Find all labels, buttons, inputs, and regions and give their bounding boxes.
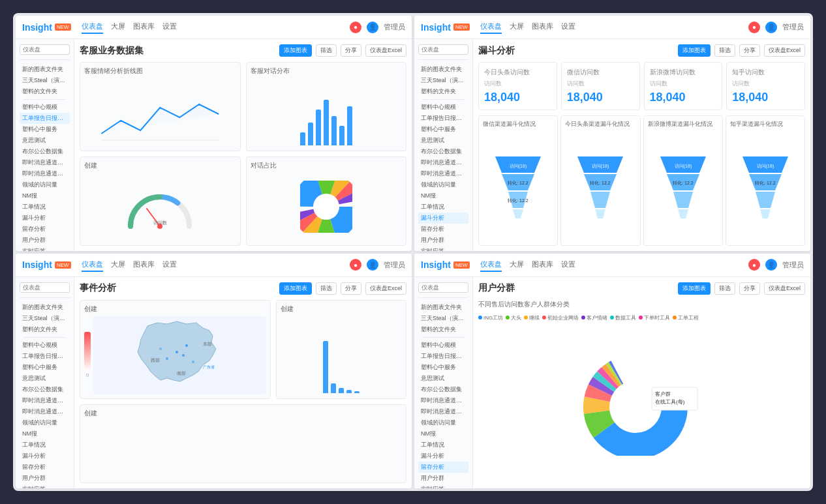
nav-tab-dashboard-4[interactable]: 仪表盘 — [480, 258, 502, 272]
sidebar-item-1-2[interactable]: 塑料的文件夹 — [20, 86, 70, 97]
sidebar-item-2-5[interactable]: 塑料心中服务 — [418, 124, 468, 135]
share-btn-4[interactable]: 分享 — [739, 282, 760, 295]
nav-tab-dashboard-3[interactable]: 仪表盘 — [82, 258, 103, 272]
sidebar-item-4-9[interactable]: 即时消息通道日报 — [418, 406, 468, 417]
notification-icon-2[interactable]: ● — [748, 22, 760, 33]
sidebar-item-3-11[interactable]: NM报 — [20, 428, 70, 439]
sidebar-item-2-6[interactable]: 意思测试 — [418, 135, 468, 146]
filter-btn-1[interactable]: 筛选 — [316, 44, 337, 57]
sidebar-item-3-13[interactable]: 漏斗分析 — [20, 451, 70, 462]
nav-tab-charts-3[interactable]: 图表库 — [133, 258, 155, 272]
sidebar-item-4-14[interactable]: 留存分析 — [418, 462, 468, 473]
add-chart-btn-4[interactable]: 添加图表 — [678, 282, 711, 295]
sidebar-item-1-5[interactable]: 塑料心中服务 — [20, 124, 70, 135]
nav-tab-settings-1[interactable]: 设置 — [162, 20, 177, 34]
sidebar-item-4-11[interactable]: NM报 — [418, 428, 468, 439]
sidebar-item-2-10[interactable]: 领域的访问量 — [418, 179, 468, 190]
sidebar-item-1-4[interactable]: 工单报告日报（量子） — [20, 113, 70, 124]
sidebar-item-1-11[interactable]: NM报 — [20, 190, 70, 201]
sidebar-item-1-1[interactable]: 三天Steal（演示用） — [20, 75, 70, 86]
sidebar-item-1-13[interactable]: 漏斗分析 — [20, 213, 70, 224]
filter-btn-2[interactable]: 筛选 — [714, 44, 735, 57]
nav-tab-bigscreen-1[interactable]: 大屏 — [111, 20, 125, 34]
export-btn-3[interactable]: 仪表盘Excel — [365, 282, 406, 295]
sidebar-item-1-7[interactable]: 布尔公公数据集 — [20, 146, 70, 157]
sidebar-item-2-3[interactable]: 塑料中心规模 — [418, 102, 468, 113]
user-icon-4[interactable]: 👤 — [765, 259, 777, 271]
nav-tab-dashboard-2[interactable]: 仪表盘 — [480, 20, 502, 34]
nav-tab-charts-1[interactable]: 图表库 — [133, 20, 155, 34]
sidebar-item-4-15[interactable]: 用户分群 — [418, 473, 468, 484]
user-icon-1[interactable]: 👤 — [367, 22, 378, 33]
sidebar-item-2-13[interactable]: 漏斗分析 — [418, 213, 468, 224]
nav-tab-settings-2[interactable]: 设置 — [561, 20, 575, 34]
sidebar-item-4-3[interactable]: 塑料中心规模 — [418, 340, 468, 351]
add-chart-btn-1[interactable]: 添加图表 — [279, 44, 312, 57]
nav-tab-charts-4[interactable]: 图表库 — [532, 258, 553, 272]
sidebar-item-1-6[interactable]: 意思测试 — [20, 135, 70, 146]
nav-tab-bigscreen-4[interactable]: 大屏 — [510, 258, 524, 272]
nav-tab-dashboard-1[interactable]: 仪表盘 — [82, 20, 103, 34]
sidebar-item-4-6[interactable]: 意思测试 — [418, 373, 468, 384]
notification-icon-4[interactable]: ● — [748, 259, 760, 271]
share-btn-1[interactable]: 分享 — [341, 44, 361, 57]
sidebar-item-4-8[interactable]: 即时消息通道日报 — [418, 395, 468, 406]
sidebar-item-4-1[interactable]: 三天Steal（演示用） — [418, 313, 468, 324]
sidebar-item-3-8[interactable]: 即时消息通道日报 — [20, 395, 70, 406]
nav-tab-bigscreen-2[interactable]: 大屏 — [510, 20, 524, 34]
nav-tab-charts-2[interactable]: 图表库 — [532, 20, 553, 34]
sidebar-item-3-9[interactable]: 即时消息通道日报 — [20, 406, 70, 417]
sidebar-item-1-10[interactable]: 领域的访问量 — [20, 179, 70, 190]
sidebar-item-2-11[interactable]: NM报 — [418, 190, 468, 201]
sidebar-item-3-5[interactable]: 塑料心中服务 — [20, 362, 70, 373]
user-icon-3[interactable]: 👤 — [367, 259, 378, 271]
sidebar-item-1-8[interactable]: 即时消息通道日报 — [20, 157, 70, 168]
sidebar-item-1-15[interactable]: 用户分群 — [20, 235, 70, 246]
sidebar-item-3-10[interactable]: 领域的访问量 — [20, 417, 70, 428]
sidebar-item-3-2[interactable]: 塑料的文件夹 — [20, 324, 70, 335]
sidebar-item-2-4[interactable]: 工单报告日报（量子） — [418, 113, 468, 124]
sidebar-item-4-0[interactable]: 新的图表文件夹 — [418, 302, 468, 313]
sidebar-item-2-2[interactable]: 塑料的文件夹 — [418, 86, 468, 97]
notification-icon-3[interactable]: ● — [350, 259, 361, 271]
export-btn-2[interactable]: 仪表盘Excel — [764, 44, 805, 57]
add-chart-btn-3[interactable]: 添加图表 — [279, 282, 312, 295]
share-btn-3[interactable]: 分享 — [341, 282, 361, 295]
nav-tab-settings-3[interactable]: 设置 — [162, 258, 177, 272]
nav-tab-bigscreen-3[interactable]: 大屏 — [111, 258, 125, 272]
sidebar-item-3-14[interactable]: 留存分析 — [20, 462, 70, 473]
sidebar-item-1-9[interactable]: 即时消息通道日报 — [20, 168, 70, 179]
sidebar-item-2-15[interactable]: 用户分群 — [418, 235, 468, 246]
sidebar-item-2-16[interactable]: 实时应答 — [418, 246, 468, 251]
sidebar-item-4-5[interactable]: 塑料心中服务 — [418, 362, 468, 373]
export-btn-4[interactable]: 仪表盘Excel — [764, 282, 805, 295]
sidebar-item-1-0[interactable]: 新的图表文件夹 — [20, 64, 70, 75]
sidebar-item-1-16[interactable]: 实时应答 — [20, 246, 70, 251]
sidebar-search-input-2[interactable] — [418, 44, 468, 55]
sidebar-search-input-4[interactable] — [418, 282, 468, 293]
sidebar-item-4-16[interactable]: 实时应答 — [418, 484, 468, 489]
add-chart-btn-2[interactable]: 添加图表 — [678, 44, 711, 57]
sidebar-item-4-12[interactable]: 工单情况 — [418, 439, 468, 451]
sidebar-item-3-12[interactable]: 工单情况 — [20, 439, 70, 451]
sidebar-item-1-12[interactable]: 工单情况 — [20, 201, 70, 213]
sidebar-item-4-2[interactable]: 塑料的文件夹 — [418, 324, 468, 335]
sidebar-item-3-6[interactable]: 意思测试 — [20, 373, 70, 384]
sidebar-item-2-8[interactable]: 即时消息通道日报 — [418, 157, 468, 168]
sidebar-item-2-9[interactable]: 即时消息通道日报 — [418, 168, 468, 179]
sidebar-item-3-16[interactable]: 实时应答 — [20, 484, 70, 489]
sidebar-item-1-3[interactable]: 塑料中心规模 — [20, 102, 70, 113]
export-btn-1[interactable]: 仪表盘Excel — [365, 44, 406, 57]
sidebar-item-3-7[interactable]: 布尔公公数据集 — [20, 384, 70, 395]
sidebar-search-input-1[interactable] — [20, 44, 70, 55]
sidebar-item-4-7[interactable]: 布尔公公数据集 — [418, 384, 468, 395]
sidebar-item-1-14[interactable]: 留存分析 — [20, 224, 70, 235]
sidebar-item-4-13[interactable]: 漏斗分析 — [418, 451, 468, 462]
sidebar-item-3-1[interactable]: 三天Steal（演示用） — [20, 313, 70, 324]
sidebar-item-2-1[interactable]: 三天Steal（演示用） — [418, 75, 468, 86]
share-btn-2[interactable]: 分享 — [739, 44, 760, 57]
sidebar-item-2-14[interactable]: 留存分析 — [418, 224, 468, 235]
sidebar-search-input-3[interactable] — [20, 282, 70, 293]
filter-btn-4[interactable]: 筛选 — [714, 282, 735, 295]
sidebar-item-3-3[interactable]: 塑料中心规模 — [20, 340, 70, 351]
